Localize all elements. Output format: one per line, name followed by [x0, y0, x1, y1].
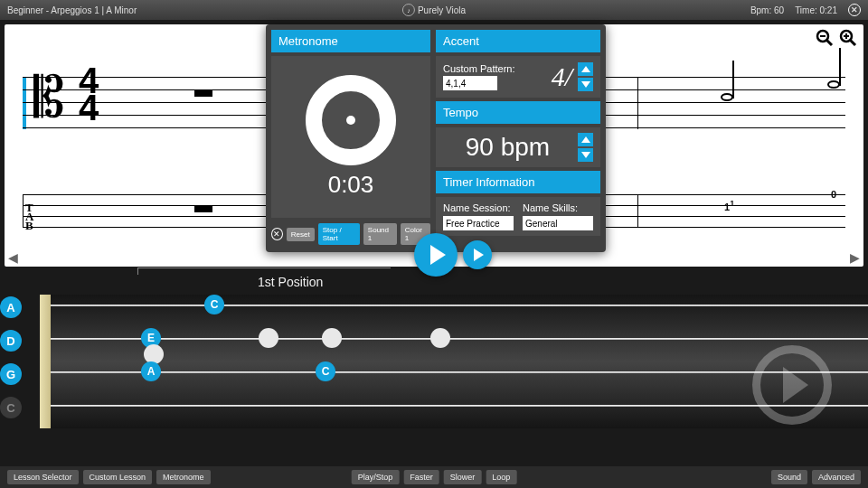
tab-label: TAB [25, 203, 33, 230]
accent-header: Accent [436, 30, 600, 52]
svg-line-4 [850, 40, 855, 45]
faster-button[interactable]: Faster [403, 470, 439, 484]
session-input[interactable] [443, 216, 514, 230]
pattern-input[interactable] [443, 76, 497, 90]
tempo-up-button[interactable] [578, 133, 593, 146]
timer-header: Timer Information [436, 171, 600, 193]
pattern-label: Custom Pattern: [443, 63, 514, 74]
metronome-panel: Metronome 0:03 ✕ Reset Stop / Start Soun… [266, 24, 606, 252]
app-logo-icon: ♪ [402, 4, 415, 16]
sound-button[interactable]: Sound 1 [363, 223, 397, 245]
panel-close-icon[interactable]: ✕ [271, 228, 283, 240]
topbar: Beginner - Arpeggios 1 | A Minor ♪ Purel… [0, 0, 868, 20]
bottombar: Lesson Selector Custom Lesson Metronome … [0, 466, 868, 488]
open-string-c[interactable]: C [0, 397, 22, 418]
svg-line-1 [826, 40, 832, 45]
app-title: ♪ Purely Viola [402, 4, 466, 16]
fret-note[interactable] [322, 328, 342, 348]
fret-note[interactable] [430, 328, 450, 348]
time-signature: 44 [79, 67, 99, 121]
whole-rest [194, 90, 212, 97]
playstop-button[interactable]: Play/Stop [352, 470, 400, 484]
fretboard: 1st Position ADGC CEAC [0, 267, 868, 445]
zoom-out-icon[interactable] [815, 28, 835, 48]
sound-menu-button[interactable]: Sound [771, 470, 807, 484]
fret-note-c[interactable]: C [316, 361, 335, 381]
step-button[interactable] [463, 240, 492, 269]
accent-display: 4/ [552, 61, 572, 92]
stop-start-button[interactable]: Stop / Start [318, 223, 360, 245]
session-label: Name Session: [443, 202, 514, 213]
close-icon[interactable]: ✕ [848, 4, 861, 16]
nut-icon [40, 295, 51, 428]
open-string-a[interactable]: A [0, 296, 22, 318]
time-indicator: Time: 0:21 [795, 5, 837, 15]
accent-down-button[interactable] [578, 78, 593, 91]
metronome-header: Metronome [271, 30, 430, 52]
position-label: 1st Position [258, 275, 323, 289]
fingerboard[interactable]: CEAC [51, 295, 868, 428]
metronome-dial-icon [306, 75, 396, 165]
advanced-button[interactable]: Advanced [812, 470, 861, 484]
lesson-selector-button[interactable]: Lesson Selector [7, 470, 79, 484]
metronome-toggle-button[interactable]: Metronome [156, 470, 211, 484]
fret-note-a[interactable]: A [141, 361, 161, 381]
slower-button[interactable]: Slower [444, 470, 482, 484]
tempo-value: 90 bpm [466, 133, 550, 162]
metronome-elapsed: 0:03 [328, 171, 374, 199]
metronome-body: 0:03 [271, 56, 430, 218]
next-page-icon[interactable]: ▶ [850, 250, 860, 265]
alto-clef-icon: 𝄡 [33, 70, 65, 126]
tempo-header: Tempo [436, 101, 600, 124]
open-string-g[interactable]: G [0, 363, 22, 385]
breadcrumb: Beginner - Arpeggios 1 | A Minor [7, 5, 137, 15]
zoom-in-icon[interactable] [838, 28, 858, 48]
prev-page-icon[interactable]: ◀ [8, 250, 18, 265]
skills-input[interactable] [523, 216, 593, 230]
reset-button[interactable]: Reset [287, 228, 315, 241]
skills-label: Name Skills: [523, 202, 593, 213]
bpm-indicator: Bpm: 60 [750, 5, 784, 15]
fret-note[interactable] [259, 328, 278, 348]
fret-note-c[interactable]: C [204, 295, 224, 314]
tempo-down-button[interactable] [578, 148, 593, 162]
open-string-d[interactable]: D [0, 330, 22, 352]
custom-lesson-button[interactable]: Custom Lesson [83, 470, 153, 484]
accent-up-button[interactable] [578, 62, 593, 76]
loop-button[interactable]: Loop [486, 470, 516, 484]
advance-arrow-icon[interactable] [752, 345, 832, 425]
